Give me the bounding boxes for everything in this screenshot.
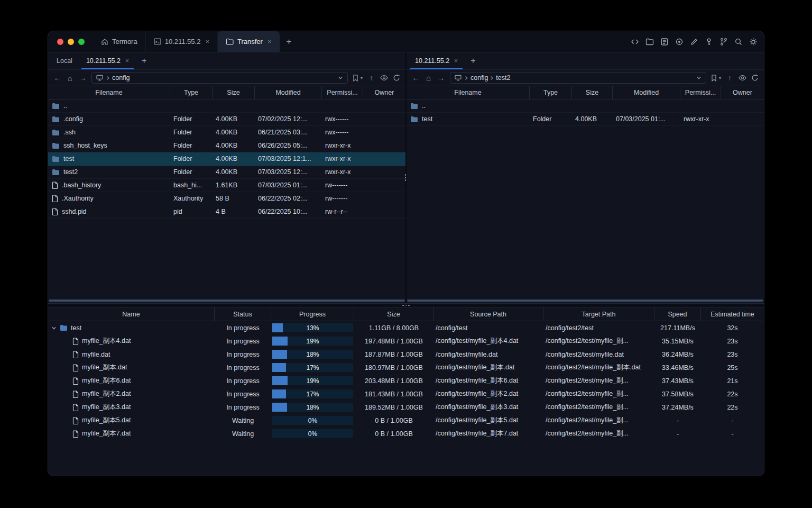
column-header-type[interactable]: Type [170,86,213,99]
breadcrumb-segment[interactable]: config [464,74,488,81]
eye-icon[interactable] [380,75,388,81]
transfer-row[interactable]: myfile_副本7.dat Waiting 0% 0 B / 1.00GB /… [48,427,764,440]
file-row[interactable]: .. [48,99,405,113]
column-header-speed[interactable]: Speed [654,307,701,321]
refresh-icon[interactable] [751,74,759,81]
splitter-handle-icon[interactable] [402,305,410,306]
column-header-target-path[interactable]: Target Path [543,307,654,321]
log-icon[interactable] [660,38,669,46]
file-row[interactable]: .ssh Folder 4.00KB 06/21/2025 03:... rwx… [48,126,405,139]
left-address-bar[interactable]: config [91,72,348,84]
column-header-progress[interactable]: Progress [271,307,354,321]
column-header-owner[interactable]: Owner [721,86,764,99]
app-tab[interactable]: Termora [93,31,146,52]
file-row[interactable]: .config Folder 4.00KB 07/02/2025 12:... … [48,113,405,126]
splitter-handle-icon[interactable] [405,174,407,181]
bookmark-icon[interactable] [353,75,358,81]
file-permission: rwxr-xr-x [322,168,363,176]
horizontal-scrollbar[interactable] [407,300,763,302]
transfer-item-name: myfile_副本3.dat [82,403,131,412]
close-window-button[interactable] [57,39,63,45]
column-header-source-path[interactable]: Source Path [433,307,543,321]
close-tab-icon[interactable] [454,58,458,64]
column-header-size[interactable]: Size [213,86,255,99]
eye-icon[interactable] [739,75,746,81]
transfer-row[interactable]: myfile_副本4.dat In progress 19% 197.48MB … [48,334,764,348]
minimize-window-button[interactable] [68,39,74,45]
breadcrumb-segment[interactable]: config [106,74,130,81]
bookmark-icon[interactable] [711,75,717,81]
breadcrumb-segment[interactable]: test2 [490,74,510,81]
horizontal-scrollbar[interactable] [49,300,405,302]
key-icon[interactable] [705,38,713,46]
column-header-size[interactable]: Size [572,86,613,99]
add-panel-tab-button[interactable] [136,52,152,69]
close-tab-icon[interactable] [205,38,209,45]
chevron-down-icon[interactable] [338,75,343,80]
up-icon[interactable] [367,74,375,81]
file-row[interactable]: .Xauthority Xauthority 58 B 06/22/2025 0… [48,192,405,205]
back-icon[interactable] [53,74,61,81]
right-address-bar[interactable]: config test2 [450,72,706,84]
forward-icon[interactable] [79,74,87,81]
close-tab-icon[interactable] [267,38,272,45]
panel-tab[interactable]: Local [50,52,79,69]
transfer-row[interactable]: test In progress 13% 1.11GB / 8.00GB /co… [48,321,764,334]
search-icon[interactable] [734,38,743,46]
edit-icon[interactable] [690,38,698,46]
column-header-modified[interactable]: Modified [613,86,680,99]
bookmark-caret-icon[interactable] [361,76,363,80]
file-modified: 07/03/2025 12:... [255,168,322,176]
home-icon[interactable] [425,74,432,82]
app-tab[interactable]: 10.211.55.2 [146,31,218,52]
panel-tab[interactable]: 10.211.55.2 [408,52,465,69]
home-icon[interactable] [66,74,74,82]
file-type: Folder [170,142,213,149]
refresh-icon[interactable] [393,74,400,81]
column-header-size[interactable]: Size [354,307,433,321]
settings-icon[interactable] [749,38,758,46]
column-header-modified[interactable]: Modified [255,86,322,99]
file-type: Folder [170,115,213,123]
app-tab[interactable]: Transfer [218,31,280,52]
column-header-filename[interactable]: Filename [48,86,170,99]
file-row[interactable]: test2 Folder 4.00KB 07/03/2025 12:... rw… [48,166,405,179]
close-tab-icon[interactable] [125,58,129,64]
transfer-row[interactable]: myfile_副本.dat In progress 17% 180.97MB /… [48,361,764,374]
expand-chevron-icon[interactable] [51,325,57,331]
column-header-status[interactable]: Status [215,307,271,321]
zoom-window-button[interactable] [78,39,85,45]
column-header-name[interactable]: Name [48,307,215,321]
column-header-type[interactable]: Type [530,86,572,99]
forward-icon[interactable] [437,74,445,81]
record-icon[interactable] [675,38,684,46]
file-row[interactable]: test Folder 4.00KB 07/03/2025 01:... rwx… [407,113,764,126]
add-panel-tab-button[interactable] [465,52,481,69]
new-folder-icon[interactable] [645,38,654,46]
file-row[interactable]: test Folder 4.00KB 07/03/2025 12:1... rw… [48,152,405,166]
file-row[interactable]: .. [407,99,764,113]
transfer-row[interactable]: myfile_副本2.dat In progress 17% 181.43MB … [48,387,764,401]
file-row[interactable]: ssh_host_keys Folder 4.00KB 06/26/2025 0… [48,139,405,152]
transfer-row[interactable]: myfile_副本6.dat In progress 19% 203.48MB … [48,374,764,387]
column-header-permission[interactable]: Permissi... [680,86,721,99]
column-header-owner[interactable]: Owner [363,86,405,99]
up-icon[interactable] [726,74,734,81]
column-header-permission[interactable]: Permissi... [322,86,363,99]
code-icon[interactable] [631,38,639,46]
file-name: test [63,155,74,162]
transfer-row[interactable]: myfile.dat In progress 18% 187.87MB / 1.… [48,348,764,361]
back-icon[interactable] [412,74,420,81]
transfer-row[interactable]: myfile_副本3.dat In progress 18% 189.52MB … [48,401,764,414]
file-row[interactable]: sshd.pid pid 4 B 06/22/2025 10:... rw-r-… [48,205,405,219]
branch-icon[interactable] [719,38,728,46]
chevron-down-icon[interactable] [696,75,702,80]
file-row[interactable]: .bash_history bash_hi... 1.61KB 07/03/20… [48,179,405,192]
new-tab-button[interactable] [280,31,299,52]
bookmark-caret-icon[interactable] [719,76,721,80]
column-header-filename[interactable]: Filename [407,86,530,99]
transfer-splitter[interactable] [48,303,764,307]
transfer-row[interactable]: myfile_副本5.dat Waiting 0% 0 B / 1.00GB /… [48,414,764,427]
panel-tab[interactable]: 10.211.55.2 [79,52,136,69]
column-header-estimated-time[interactable]: Estimated time [701,307,764,321]
